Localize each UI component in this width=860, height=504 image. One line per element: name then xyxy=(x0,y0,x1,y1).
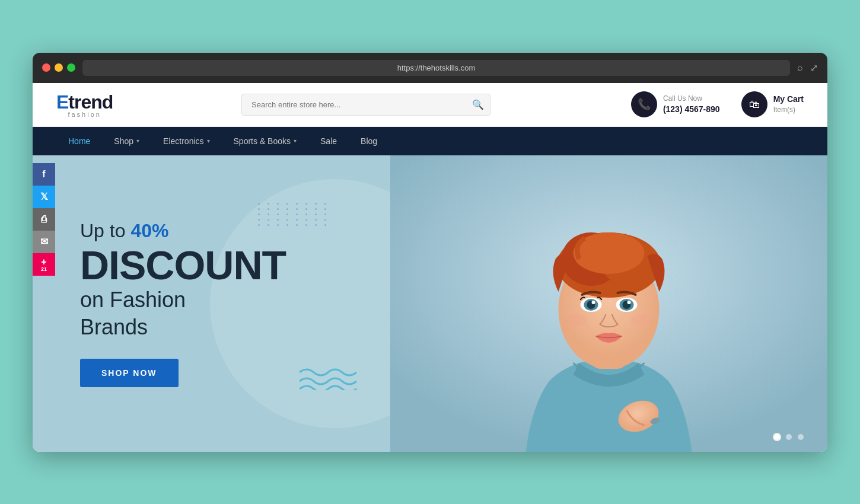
cart-icon-circle: 🛍 xyxy=(741,91,767,117)
email-icon: ✉ xyxy=(40,236,48,247)
url-text: https://thehotskills.com xyxy=(397,63,476,72)
email-button[interactable]: ✉ xyxy=(33,231,55,253)
contact-info: 📞 Call Us Now (123) 4567-890 xyxy=(631,91,720,117)
social-sidebar: f 𝕏 ⎙ ✉ + 21 xyxy=(33,163,55,276)
cart-icon: 🛍 xyxy=(749,98,760,111)
nav-label-electronics: Electronics xyxy=(163,136,203,146)
maximize-button[interactable] xyxy=(67,63,75,72)
nav-label-home: Home xyxy=(68,136,90,146)
hero-main-title: DISCOUNT xyxy=(80,245,286,285)
search-bar: 🔍 xyxy=(241,94,490,116)
phone-icon-circle: 📞 xyxy=(631,91,657,117)
nav-label-sale: Sale xyxy=(320,136,337,146)
minimize-button[interactable] xyxy=(55,63,63,72)
share-plus-button[interactable]: + 21 xyxy=(33,253,55,276)
twitter-button[interactable]: 𝕏 xyxy=(33,186,55,208)
twitter-icon: 𝕏 xyxy=(40,191,48,202)
nav-item-sports-books[interactable]: Sports & Books ▾ xyxy=(222,127,309,155)
hero-image-area xyxy=(390,155,827,452)
site-wrapper: Etrend fashion 🔍 📞 Call Us Now xyxy=(33,83,827,452)
browser-chrome: https://thehotskills.com ⌕ ⤢ xyxy=(33,53,827,83)
hero-subtitle-text: Up to xyxy=(80,220,125,241)
nav-label-shop: Shop xyxy=(114,136,133,146)
nav-item-sale[interactable]: Sale xyxy=(308,127,349,155)
hero-percent: 40% xyxy=(130,220,168,241)
nav-item-electronics[interactable]: Electronics ▾ xyxy=(151,127,221,155)
svg-point-15 xyxy=(628,301,631,304)
contact-number: (123) 4567-890 xyxy=(663,104,720,116)
print-button[interactable]: ⎙ xyxy=(33,208,55,231)
window-controls xyxy=(42,63,75,72)
hero-content: Up to 40% DISCOUNT on Fashion Brands SHO… xyxy=(33,184,333,422)
cart-items: Item(s) xyxy=(773,105,804,115)
logo-e: E xyxy=(56,91,68,113)
slide-dots xyxy=(774,434,804,440)
phone-icon: 📞 xyxy=(638,98,651,111)
hero-section: Up to 40% DISCOUNT on Fashion Brands SHO… xyxy=(33,155,827,452)
facebook-button[interactable]: f xyxy=(33,163,55,186)
nav-item-shop[interactable]: Shop ▾ xyxy=(102,127,151,155)
browser-window: https://thehotskills.com ⌕ ⤢ Etrend fash… xyxy=(33,53,827,452)
hero-subtitle: Up to 40% xyxy=(80,219,286,242)
cart-area[interactable]: 🛍 My Cart Item(s) xyxy=(741,91,804,117)
cart-text: My Cart Item(s) xyxy=(773,94,804,115)
nav-label-sports-books: Sports & Books xyxy=(234,136,291,146)
chevron-down-icon: ▾ xyxy=(294,138,297,144)
contact-text: Call Us Now (123) 4567-890 xyxy=(663,94,720,115)
slide-dot-2[interactable] xyxy=(786,434,792,440)
main-nav: Home Shop ▾ Electronics ▾ Sports & Books… xyxy=(33,127,827,155)
search-input[interactable] xyxy=(241,94,490,116)
nav-item-home[interactable]: Home xyxy=(56,127,102,155)
search-browser-icon[interactable]: ⌕ xyxy=(797,62,803,74)
svg-point-16 xyxy=(566,314,587,326)
logo-trend: trend xyxy=(68,91,113,113)
chevron-down-icon: ▾ xyxy=(136,138,139,144)
shop-now-button[interactable]: SHOP NOW xyxy=(80,359,179,387)
nav-item-blog[interactable]: Blog xyxy=(349,127,389,155)
decorative-waves xyxy=(300,366,359,393)
search-icon: 🔍 xyxy=(472,99,484,110)
slide-dot-1[interactable] xyxy=(774,434,780,440)
search-button[interactable]: 🔍 xyxy=(466,94,490,116)
site-header: Etrend fashion 🔍 📞 Call Us Now xyxy=(33,83,827,127)
nav-label-blog: Blog xyxy=(361,136,377,146)
hero-tagline2: Brands xyxy=(80,315,286,340)
contact-label: Call Us Now xyxy=(663,94,720,104)
hero-tagline1: on Fashion xyxy=(80,288,286,312)
slide-dot-3[interactable] xyxy=(798,434,804,440)
address-bar[interactable]: https://thehotskills.com xyxy=(82,60,790,76)
close-button[interactable] xyxy=(42,63,50,72)
svg-point-17 xyxy=(631,314,652,326)
fullscreen-icon[interactable]: ⤢ xyxy=(810,62,818,74)
chevron-down-icon: ▾ xyxy=(207,138,210,144)
facebook-icon: f xyxy=(42,169,45,180)
logo[interactable]: Etrend fashion xyxy=(56,91,113,118)
svg-point-11 xyxy=(592,301,595,304)
browser-actions: ⌕ ⤢ xyxy=(797,62,818,74)
cart-label: My Cart xyxy=(773,94,804,106)
print-icon: ⎙ xyxy=(41,214,47,225)
